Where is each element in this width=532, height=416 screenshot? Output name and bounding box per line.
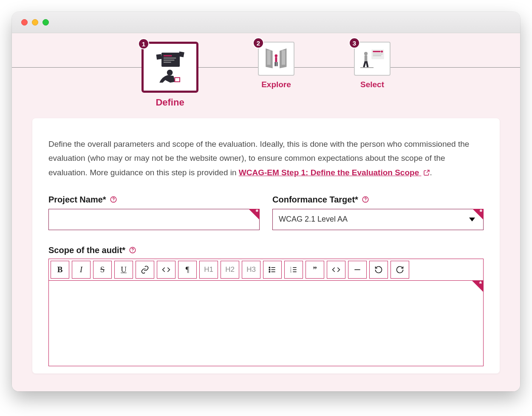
svg-point-37: [269, 269, 270, 271]
svg-rect-2: [164, 58, 176, 59]
form-card: Define the overall parameters and scope …: [32, 118, 500, 373]
h3-button[interactable]: H3: [242, 261, 260, 279]
required-corner-icon: [472, 281, 483, 292]
step-explore[interactable]: 2 Explore: [258, 42, 294, 108]
viewport: 1: [12, 33, 520, 391]
h2-button[interactable]: H2: [221, 261, 239, 279]
zoom-window-button[interactable]: [42, 19, 49, 26]
svg-rect-4: [164, 62, 171, 63]
step-label: Define: [156, 97, 184, 108]
svg-point-30: [365, 201, 366, 202]
select-value: WCAG 2.1 Level AA: [279, 215, 348, 224]
svg-text:3: 3: [290, 270, 291, 273]
select-illustration-icon: [358, 46, 386, 72]
code-block-button[interactable]: [327, 261, 345, 279]
bold-button[interactable]: B: [51, 261, 69, 279]
project-name-field: Project Name* *: [48, 195, 260, 230]
step-define-thumb: [141, 42, 198, 93]
define-illustration-icon: [149, 48, 191, 86]
italic-button[interactable]: I: [72, 261, 91, 279]
svg-rect-23: [365, 55, 368, 61]
help-icon[interactable]: [362, 196, 369, 203]
project-name-label: Project Name*: [48, 195, 106, 205]
svg-rect-0: [161, 53, 180, 67]
required-corner-icon: [249, 209, 260, 220]
step-label: Select: [360, 80, 384, 89]
svg-point-32: [132, 251, 133, 252]
link-text: WCAG-EM Step 1: Define the Evaluation Sc…: [239, 168, 419, 177]
help-icon[interactable]: [129, 246, 136, 254]
scope-field: Scope of the audit* B I S U: [48, 245, 484, 366]
svg-point-38: [269, 271, 270, 273]
bullet-list-button[interactable]: [263, 261, 282, 279]
rich-text-editor: B I S U ¶ H1 H2 H3: [48, 259, 484, 366]
svg-rect-8: [175, 77, 180, 82]
svg-rect-18: [373, 51, 381, 52]
undo-button[interactable]: [369, 261, 388, 279]
step-select-thumb: [354, 42, 391, 76]
svg-rect-14: [275, 57, 277, 62]
ordered-list-button[interactable]: 123: [284, 261, 303, 279]
step-number-badge: 3: [349, 37, 360, 48]
step-explore-thumb: [258, 42, 294, 76]
svg-rect-5: [156, 54, 162, 60]
step-define[interactable]: 1: [141, 42, 198, 108]
redo-button[interactable]: [391, 261, 409, 279]
svg-point-36: [269, 267, 270, 268]
strikethrough-button[interactable]: S: [93, 261, 112, 279]
link-button[interactable]: [136, 261, 154, 279]
scope-label: Scope of the audit*: [48, 245, 125, 255]
wcag-em-step1-link[interactable]: WCAG-EM Step 1: Define the Evaluation Sc…: [239, 168, 430, 177]
svg-rect-21: [373, 55, 382, 56]
window-titlebar: [12, 12, 520, 33]
paragraph-button[interactable]: ¶: [178, 261, 197, 279]
svg-rect-6: [179, 51, 185, 57]
minimize-window-button[interactable]: [32, 19, 38, 26]
stepper: 1: [12, 33, 520, 118]
svg-rect-1: [164, 55, 172, 57]
conformance-target-select[interactable]: WCAG 2.1 Level AA: [272, 209, 484, 230]
underline-button[interactable]: U: [114, 261, 133, 279]
step-number-badge: 2: [253, 37, 264, 48]
quote-button[interactable]: ”: [306, 261, 324, 279]
external-link-icon: [423, 166, 430, 180]
svg-point-19: [381, 50, 383, 52]
svg-rect-16: [277, 62, 277, 66]
svg-point-13: [275, 54, 278, 57]
svg-rect-3: [164, 60, 174, 60]
step-select[interactable]: 3: [354, 42, 391, 108]
intro-post: .: [430, 168, 432, 177]
editor-toolbar: B I S U ¶ H1 H2 H3: [49, 259, 483, 281]
svg-rect-15: [275, 62, 276, 66]
required-corner-icon: [473, 209, 484, 220]
intro-text: Define the overall parameters and scope …: [48, 137, 484, 180]
code-button[interactable]: [157, 261, 175, 279]
svg-point-7: [167, 70, 173, 76]
help-icon[interactable]: [110, 196, 117, 203]
conformance-target-field: Conformance Target* WCAG 2.1 Level AA: [272, 195, 484, 230]
app-window: 1: [12, 12, 520, 391]
svg-point-28: [113, 201, 114, 202]
horizontal-rule-button[interactable]: [348, 261, 367, 279]
svg-rect-25: [366, 61, 369, 67]
step-label: Explore: [261, 80, 291, 89]
svg-rect-20: [373, 54, 383, 54]
conformance-target-label: Conformance Target*: [272, 195, 358, 205]
project-name-input[interactable]: [48, 209, 260, 230]
scope-textarea[interactable]: [49, 281, 483, 366]
svg-rect-12: [282, 50, 285, 64]
svg-point-22: [364, 52, 368, 55]
svg-rect-11: [267, 50, 271, 64]
step-number-badge: 1: [138, 38, 149, 49]
explore-illustration-icon: [262, 46, 290, 72]
close-window-button[interactable]: [21, 19, 28, 26]
h1-button[interactable]: H1: [199, 261, 218, 279]
